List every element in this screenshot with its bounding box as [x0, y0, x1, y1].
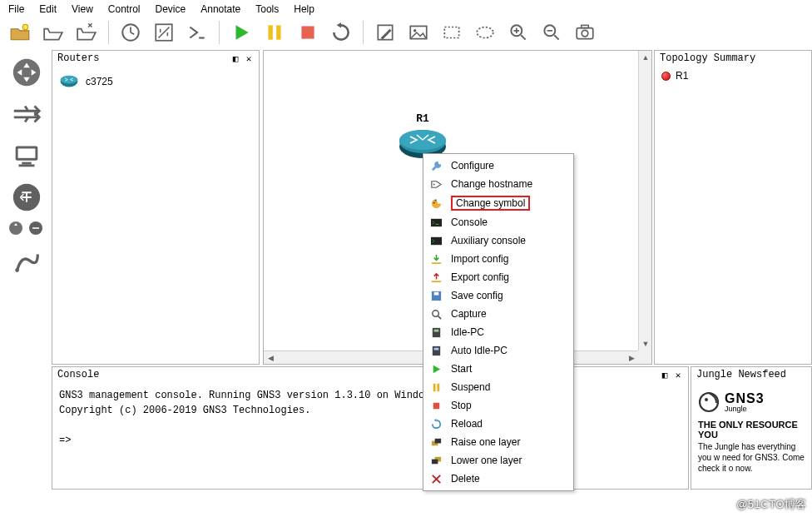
svg-rect-41: [433, 329, 438, 331]
open-project-icon[interactable]: [40, 20, 67, 45]
cm-capture[interactable]: Capture: [426, 305, 571, 323]
stop-all-icon[interactable]: [295, 20, 321, 45]
close-icon[interactable]: ✕: [673, 370, 683, 380]
svg-rect-44: [433, 383, 435, 390]
canvas-node-label: R1: [397, 112, 448, 125]
svg-point-32: [433, 183, 434, 185]
switches-category-icon[interactable]: [7, 95, 46, 133]
svg-rect-15: [582, 25, 589, 27]
insert-image-icon[interactable]: [405, 20, 432, 45]
menu-tools[interactable]: Tools: [255, 3, 279, 15]
topology-item[interactable]: R1: [655, 67, 811, 85]
watermark: @51CTO博客: [736, 497, 807, 512]
browse-devices-icon[interactable]: [27, 220, 46, 238]
vertical-scrollbar[interactable]: ▲▼: [638, 51, 651, 350]
zoom-out-icon[interactable]: [538, 20, 565, 45]
svg-point-31: [705, 398, 708, 401]
routers-panel-title: Routers: [57, 52, 99, 64]
menu-device[interactable]: Device: [156, 3, 186, 15]
svg-point-33: [433, 201, 434, 203]
cm-raise-layer[interactable]: Raise one layer: [426, 433, 571, 451]
reload-icon: [429, 417, 443, 430]
cm-lower-layer[interactable]: Lower one layer: [426, 451, 571, 470]
gns3-jungle-logo: GNS3 Jungle: [698, 391, 805, 413]
cm-reload[interactable]: Reload: [426, 415, 571, 433]
save-icon: [429, 289, 443, 302]
router-item-label: c3725: [86, 76, 113, 87]
show-connections-icon[interactable]: [151, 20, 177, 45]
svg-rect-46: [433, 402, 439, 409]
security-category-icon[interactable]: [7, 178, 46, 216]
terminal-icon: [429, 234, 443, 247]
newsfeed-panel: Jungle Newsfeed GNS3 Jungle THE ONLY RES…: [691, 366, 812, 490]
snapshot-icon[interactable]: [117, 20, 144, 45]
cm-auto-idle-pc[interactable]: Auto Idle-PC: [426, 341, 571, 360]
menu-control[interactable]: Control: [108, 3, 141, 15]
menu-view[interactable]: View: [72, 3, 93, 15]
undock-icon[interactable]: ◧: [230, 53, 240, 64]
console-output[interactable]: GNS3 management console. Running GNS3 ve…: [52, 383, 688, 453]
status-stopped-icon: [661, 72, 671, 81]
cm-import-config[interactable]: Import config: [426, 250, 571, 268]
all-devices-icon[interactable]: [7, 220, 26, 238]
news-headline: THE ONLY RESOURCE YOU: [698, 420, 805, 440]
svg-point-14: [582, 30, 588, 37]
undock-icon[interactable]: ◧: [660, 370, 670, 380]
console-all-icon[interactable]: [184, 20, 210, 45]
calculator-icon: [429, 344, 443, 357]
svg-rect-20: [19, 164, 35, 167]
node-context-menu: Configure Change hostname Change symbol …: [423, 153, 574, 491]
reload-all-icon[interactable]: [328, 20, 354, 45]
zoom-in-icon[interactable]: [505, 20, 532, 45]
layer-down-icon: [429, 454, 443, 467]
cm-delete[interactable]: Delete: [426, 470, 571, 488]
cm-suspend[interactable]: Suspend: [426, 378, 571, 396]
calculator-icon: [429, 326, 443, 339]
news-brand: GNS3: [725, 392, 765, 405]
save-project-icon[interactable]: [73, 20, 100, 45]
cm-export-config[interactable]: Export config: [426, 268, 571, 286]
console-line: GNS3 management console. Running GNS3 ve…: [59, 388, 681, 403]
menu-annotate[interactable]: Annotate: [201, 3, 240, 15]
menu-help[interactable]: Help: [294, 3, 314, 15]
cm-configure[interactable]: Configure: [426, 157, 571, 175]
device-toolbox: [0, 50, 52, 365]
terminal-icon: [429, 216, 443, 229]
pause-all-icon[interactable]: [261, 20, 288, 45]
svg-point-8: [413, 29, 416, 32]
new-project-icon[interactable]: [7, 20, 33, 45]
cm-start[interactable]: Start: [426, 360, 571, 378]
topology-item-label: R1: [676, 70, 688, 82]
menu-file[interactable]: File: [8, 3, 24, 15]
cm-stop[interactable]: Stop: [426, 396, 571, 415]
news-body-text: The Jungle has everything you w need for…: [698, 441, 805, 474]
router-list-item[interactable]: c3725: [57, 72, 254, 92]
draw-ellipse-icon[interactable]: [472, 20, 498, 45]
topology-panel-title: Topology Summary: [660, 52, 755, 64]
svg-rect-4: [276, 25, 280, 39]
add-link-icon[interactable]: [7, 243, 46, 281]
cm-idle-pc[interactable]: Idle-PC: [426, 323, 571, 341]
cm-save-config[interactable]: Save config: [426, 286, 571, 305]
router-icon: [59, 73, 79, 90]
svg-rect-43: [433, 347, 438, 350]
menu-edit[interactable]: Edit: [39, 3, 57, 15]
svg-rect-45: [437, 383, 439, 390]
import-icon: [429, 252, 443, 266]
cm-aux-console[interactable]: Auxiliary console: [426, 231, 571, 250]
start-all-icon[interactable]: [228, 20, 255, 45]
cm-change-hostname[interactable]: Change hostname: [426, 175, 571, 193]
add-note-icon[interactable]: [372, 20, 399, 45]
close-icon[interactable]: ✕: [244, 53, 254, 64]
main-toolbar: [0, 18, 812, 50]
cm-console[interactable]: Console: [426, 213, 571, 231]
console-line: Copyright (c) 2006-2019 GNS3 Technologie…: [59, 403, 681, 418]
svg-point-0: [22, 24, 28, 30]
svg-point-10: [477, 27, 493, 38]
routers-category-icon[interactable]: [7, 53, 46, 92]
layer-up-icon: [429, 435, 443, 449]
screenshot-icon[interactable]: [572, 20, 598, 45]
cm-change-symbol[interactable]: Change symbol: [426, 193, 571, 213]
end-devices-category-icon[interactable]: [7, 137, 46, 175]
draw-rect-icon[interactable]: [438, 20, 465, 45]
